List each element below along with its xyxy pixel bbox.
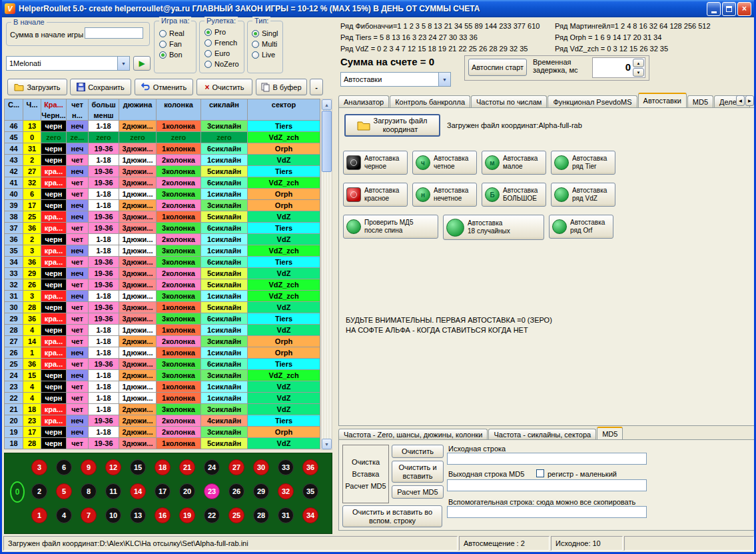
radio-french[interactable]: French xyxy=(204,37,239,48)
radio-singl[interactable]: Singl xyxy=(252,28,278,39)
grid-scrollbar[interactable]: ▲ ▼ xyxy=(321,99,332,450)
scroll-down-icon[interactable]: ▼ xyxy=(322,439,332,449)
board-number[interactable]: 2 xyxy=(31,483,47,499)
toolbar-save-disk-button[interactable]: Сохранить xyxy=(70,79,131,95)
board-number[interactable]: 3 xyxy=(31,459,47,475)
board-number[interactable]: 33 xyxy=(278,459,294,475)
board-number[interactable]: 26 xyxy=(228,483,244,499)
scrollbar-thumb[interactable] xyxy=(322,111,332,172)
maximize-button[interactable] xyxy=(722,2,736,16)
bet-button-ряд-vdz[interactable]: Автоставкаряд VdZ xyxy=(551,183,615,207)
board-number[interactable]: 22 xyxy=(204,507,220,523)
board-number[interactable]: 1 xyxy=(31,507,47,523)
board-number[interactable]: 30 xyxy=(253,459,269,475)
bet-button-малое[interactable]: мАвтоставкамалое xyxy=(482,151,546,175)
load-coordinates-button[interactable]: Загрузить файл координат xyxy=(344,114,440,137)
board-number[interactable]: 4 xyxy=(56,507,72,523)
bet-button-красное[interactable]: Автоставкакрасное xyxy=(343,183,408,207)
radio-bon[interactable]: Bon xyxy=(159,49,185,60)
spinner-up-icon[interactable]: ▲ xyxy=(633,59,644,67)
board-number[interactable]: 7 xyxy=(81,507,97,523)
tab-анализатор[interactable]: Анализатор xyxy=(338,95,389,107)
chevron-down-icon[interactable]: ▼ xyxy=(438,73,450,86)
radio-fan[interactable]: Fan xyxy=(159,39,185,49)
board-number[interactable]: 14 xyxy=(130,483,146,499)
md5-aux-input[interactable] xyxy=(447,506,647,518)
bottom-tab-md5[interactable]: MD5 xyxy=(597,427,623,439)
scroll-up-icon[interactable]: ▲ xyxy=(322,99,332,110)
tab-контроль-банкролла[interactable]: Контроль банкролла xyxy=(390,95,470,107)
bet-button-четное[interactable]: чАвтоставкачетное xyxy=(412,151,477,175)
board-number[interactable]: 8 xyxy=(81,483,97,499)
board-number[interactable]: 18 xyxy=(155,459,171,475)
board-number[interactable]: 27 xyxy=(228,459,244,475)
bet-button-нечетное[interactable]: нАвтоставканечетное xyxy=(412,183,477,207)
board-number[interactable]: 20 xyxy=(179,483,195,499)
bet-button-ряд-tier[interactable]: Автоставкаряд Tier xyxy=(551,151,615,175)
tab-функционал-psevdoms[interactable]: Функционал PsevdoMS xyxy=(548,95,637,107)
board-number[interactable]: 19 xyxy=(179,507,195,523)
start-sum-input[interactable] xyxy=(85,27,143,39)
radio-multi[interactable]: Multi xyxy=(252,39,278,49)
board-number[interactable]: 28 xyxy=(253,507,269,523)
radio-real[interactable]: Real xyxy=(159,28,185,39)
bet-button-черное[interactable]: Автоставкачерное xyxy=(343,151,408,175)
board-zero[interactable]: 0 xyxy=(10,481,25,503)
board-number[interactable]: 23 xyxy=(204,483,220,499)
toolbar-copy-buffer-button[interactable]: В буфер xyxy=(256,79,307,95)
board-number[interactable]: 13 xyxy=(130,507,146,523)
md5-calc-button[interactable]: Расчет MD5 xyxy=(392,485,444,499)
board-number[interactable]: 34 xyxy=(302,507,318,523)
radio-live[interactable]: Live xyxy=(252,49,278,60)
bottom-tab-частота---сиклайны,-сектора[interactable]: Частота - сиклайны, сектора xyxy=(488,429,596,439)
board-number[interactable]: 17 xyxy=(155,483,171,499)
panel-splitter[interactable] xyxy=(333,17,337,535)
tab-scroll-left-icon[interactable]: ◄ xyxy=(736,95,745,106)
board-number[interactable]: 31 xyxy=(278,507,294,523)
board-number[interactable]: 11 xyxy=(105,483,121,499)
radio-euro[interactable]: Euro xyxy=(204,48,239,59)
board-number[interactable]: 36 xyxy=(302,459,318,475)
board-number[interactable]: 29 xyxy=(253,483,269,499)
title-bar[interactable]: V HelperRoullet 5.0- create helperroulle… xyxy=(2,0,754,17)
minimize-button[interactable] xyxy=(707,2,721,16)
board-number[interactable]: 5 xyxy=(56,483,72,499)
board-number[interactable]: 9 xyxy=(81,459,97,475)
board-number[interactable]: 10 xyxy=(105,507,121,523)
md5-output-input[interactable] xyxy=(447,479,647,491)
toolbar-open-folder-button[interactable]: Загрузить xyxy=(7,79,67,95)
board-number[interactable]: 35 xyxy=(302,483,318,499)
md5-source-input[interactable] xyxy=(447,453,647,465)
bet-button-большое[interactable]: БАвтоставкаБОЛЬШОЕ xyxy=(482,183,546,207)
md5-clear-paste-button[interactable]: Очистить и вставить xyxy=(392,461,444,483)
autobet-combobox[interactable]: Автоставки ▼ xyxy=(340,72,451,87)
tab-scroll-right-icon[interactable]: ► xyxy=(745,95,754,106)
autospin-start-button[interactable]: Автоспин старт xyxy=(468,59,527,76)
preset-combobox[interactable]: 1Melonati ▼ xyxy=(6,56,130,71)
board-number[interactable]: 32 xyxy=(278,483,294,499)
tab-автоставки[interactable]: Автоставки xyxy=(638,93,687,107)
tab-частоты-по-числам[interactable]: Частоты по числам xyxy=(471,95,547,107)
spinner-down-icon[interactable]: ▼ xyxy=(633,68,644,77)
toolbar-clear-button[interactable]: ×Очистить xyxy=(196,79,252,95)
bet-button-18-случайных[interactable]: Автоставка18 случайных xyxy=(443,215,544,240)
chevron-down-icon[interactable]: ▼ xyxy=(117,57,129,70)
radio-nozero[interactable]: NoZero xyxy=(204,59,239,69)
play-button[interactable]: ▶ xyxy=(133,56,151,71)
board-number[interactable]: 15 xyxy=(130,459,146,475)
board-number[interactable]: 16 xyxy=(155,507,171,523)
close-button[interactable]: × xyxy=(737,2,751,16)
board-number[interactable]: 25 xyxy=(228,507,244,523)
toolbar-undo-arrow-button[interactable]: Отменить xyxy=(135,79,193,95)
bottom-tab-частота---zero,-шансы,-дюжины,-колонки[interactable]: Частота - Zero, шансы, дюжины, колонки xyxy=(338,429,488,439)
register-checkbox[interactable] xyxy=(536,469,544,477)
bet-button-после-спина[interactable]: Проверить МД5после спина xyxy=(343,215,438,239)
md5-clear-button[interactable]: Очистить xyxy=(392,445,444,458)
board-number[interactable]: 24 xyxy=(204,459,220,475)
tab-md5[interactable]: MD5 xyxy=(687,95,713,107)
board-number[interactable]: 21 xyxy=(179,459,195,475)
board-number[interactable]: 6 xyxy=(56,459,72,475)
radio-pro[interactable]: Pro xyxy=(204,27,239,37)
bet-button-ряд-orf[interactable]: Автоставкаряд Orf xyxy=(549,215,613,239)
md5-clear-paste-aux-button[interactable]: Очистить и вставить во вспом. строку xyxy=(342,505,442,527)
